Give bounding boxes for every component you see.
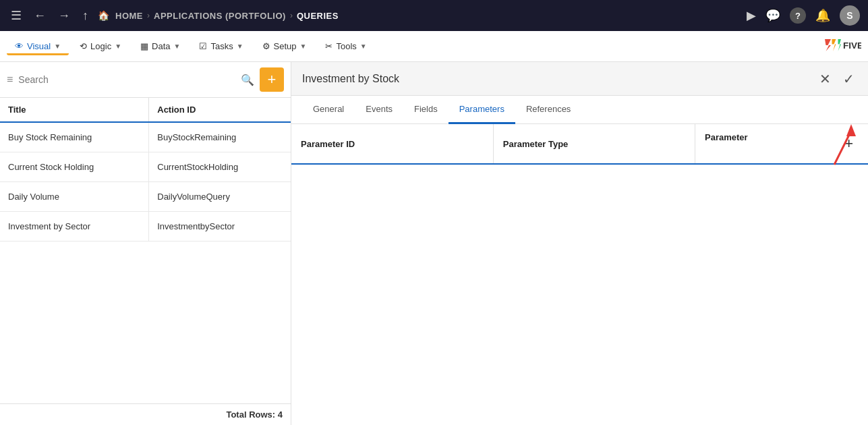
tools-caret: ▼ xyxy=(360,42,367,50)
main-layout: ≡ 🔍 + Title Action ID Buy Stock Remainin… xyxy=(0,62,868,425)
content-title: Investment by Stock xyxy=(302,73,817,85)
breadcrumb: 🏠 HOME › APPLICATIONS (PORTFOLIO) › QUER… xyxy=(98,10,740,21)
nav-item-data[interactable]: ▦ Data ▼ xyxy=(132,37,188,55)
chat-icon[interactable]: 💬 xyxy=(765,8,780,23)
eye-icon: 👁 xyxy=(15,41,24,51)
content-tabs: General Events Fields Parameters Referen… xyxy=(291,96,868,124)
visual-caret: ▼ xyxy=(54,42,61,50)
avatar[interactable]: S xyxy=(840,5,860,26)
nav-data-label: Data xyxy=(152,41,170,51)
parameters-table: Parameter ID Parameter Type Parameter + xyxy=(291,124,868,165)
svg-marker-2 xyxy=(838,39,842,51)
row-action-id: CurrentStockHolding xyxy=(149,152,291,182)
tab-references[interactable]: References xyxy=(515,96,581,124)
setup-icon: ⚙ xyxy=(262,41,270,51)
nav-tools-label: Tools xyxy=(336,41,356,51)
row-action-id: BuyStockRemaining xyxy=(149,122,291,152)
nav-item-tools[interactable]: ✂ Tools ▼ xyxy=(317,37,374,55)
svg-marker-0 xyxy=(825,39,831,51)
nav-visual-label: Visual xyxy=(27,41,51,51)
tools-icon: ✂ xyxy=(325,41,332,51)
col-title: Title xyxy=(0,98,149,122)
param-col-id: Parameter ID xyxy=(291,124,493,164)
content-header-actions: ✕ ✓ xyxy=(817,68,857,90)
table-row[interactable]: Buy Stock Remaining BuyStockRemaining xyxy=(0,122,291,152)
col-action-id: Action ID xyxy=(149,98,291,122)
nav-item-tasks[interactable]: ☑ Tasks ▼ xyxy=(191,37,251,55)
breadcrumb-sep-1: › xyxy=(147,11,150,20)
confirm-button[interactable]: ✓ xyxy=(840,68,857,90)
setup-caret: ▼ xyxy=(300,42,307,50)
row-action-id: DailyVolumeQuery xyxy=(149,182,291,212)
search-input[interactable] xyxy=(18,74,235,85)
row-title: Current Stock Holding xyxy=(0,152,149,182)
forward-icon[interactable] xyxy=(55,6,73,26)
tab-parameters[interactable]: Parameters xyxy=(449,96,515,124)
top-navbar: 🏠 HOME › APPLICATIONS (PORTFOLIO) › QUER… xyxy=(0,0,868,31)
data-icon: ▦ xyxy=(140,41,148,51)
breadcrumb-apps[interactable]: APPLICATIONS (PORTFOLIO) xyxy=(154,11,286,21)
svg-marker-5 xyxy=(846,124,856,136)
help-icon[interactable]: ? xyxy=(790,7,806,24)
tasks-icon: ☑ xyxy=(199,41,207,51)
filter-icon: ≡ xyxy=(7,74,13,86)
data-caret: ▼ xyxy=(174,42,181,50)
add-button[interactable]: + xyxy=(260,67,284,92)
play-icon[interactable]: ▶ xyxy=(747,8,756,23)
breadcrumb-queries[interactable]: QUERIES xyxy=(297,11,339,21)
content-header: Investment by Stock ✕ ✓ xyxy=(291,62,868,96)
nav-item-setup[interactable]: ⚙ Setup ▼ xyxy=(254,37,315,55)
nav-tasks-label: Tasks xyxy=(210,41,233,51)
nav-setup-label: Setup xyxy=(274,41,297,51)
content-panel: Investment by Stock ✕ ✓ General Events F… xyxy=(291,62,868,425)
parameters-area: Parameter ID Parameter Type Parameter + xyxy=(291,124,868,425)
red-arrow-annotation xyxy=(807,124,861,171)
logic-caret: ▼ xyxy=(115,42,121,50)
row-title: Daily Volume xyxy=(0,182,149,212)
table-row[interactable]: Current Stock Holding CurrentStockHoldin… xyxy=(0,152,291,182)
svg-marker-1 xyxy=(832,39,836,51)
logic-icon: ⟲ xyxy=(80,41,87,51)
tab-events[interactable]: Events xyxy=(355,96,403,124)
topbar-actions: ▶ 💬 ? 🔔 S xyxy=(747,5,860,26)
svg-text:FIVE: FIVE xyxy=(843,40,861,50)
sidebar: ≡ 🔍 + Title Action ID Buy Stock Remainin… xyxy=(0,62,291,425)
table-row[interactable]: Investment by Sector InvestmentbySector xyxy=(0,212,291,242)
menu-icon[interactable] xyxy=(8,5,24,26)
row-action-id: InvestmentbySector xyxy=(149,212,291,242)
breadcrumb-home[interactable]: HOME xyxy=(115,11,143,21)
search-icon[interactable]: 🔍 xyxy=(241,74,254,86)
table-row[interactable]: Daily Volume DailyVolumeQuery xyxy=(0,182,291,212)
tab-general[interactable]: General xyxy=(302,96,355,124)
nav-item-visual[interactable]: 👁 Visual ▼ xyxy=(7,37,69,55)
nav-logic-label: Logic xyxy=(90,41,111,51)
row-title: Investment by Sector xyxy=(0,212,149,242)
queries-list-table: Title Action ID Buy Stock Remaining BuyS… xyxy=(0,98,291,242)
tab-fields[interactable]: Fields xyxy=(403,96,449,124)
row-title: Buy Stock Remaining xyxy=(0,122,149,152)
five-logo: FIVE xyxy=(821,36,861,57)
nav-item-logic[interactable]: ⟲ Logic ▼ xyxy=(71,37,129,55)
tasks-caret: ▼ xyxy=(237,42,243,50)
param-col-type: Parameter Type xyxy=(493,124,695,164)
up-icon[interactable] xyxy=(80,6,91,26)
sidebar-search-bar: ≡ 🔍 + xyxy=(0,62,291,98)
sidebar-footer: Total Rows: 4 xyxy=(0,403,291,425)
back-icon[interactable] xyxy=(31,6,49,26)
secondary-navbar: 👁 Visual ▼ ⟲ Logic ▼ ▦ Data ▼ ☑ Tasks ▼ … xyxy=(0,31,868,62)
close-button[interactable]: ✕ xyxy=(817,68,834,90)
breadcrumb-sep-2: › xyxy=(290,11,293,20)
bell-icon[interactable]: 🔔 xyxy=(815,8,830,23)
